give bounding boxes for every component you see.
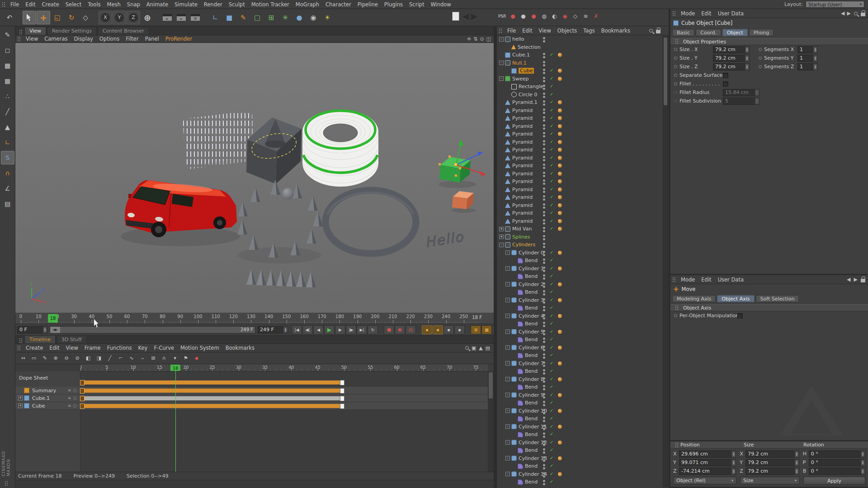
phong-tag-icon[interactable]: [558, 195, 562, 199]
object-row[interactable]: Pyramid ✓: [497, 130, 662, 138]
timeline-track-row[interactable]: + Cube.1 ≡○: [15, 394, 494, 402]
object-row[interactable]: Pyramid ✓: [497, 154, 662, 162]
phong-tag-icon[interactable]: [558, 108, 562, 113]
object-row[interactable]: Bend ✓: [497, 304, 662, 312]
object-label[interactable]: Cylinder 12: [519, 440, 547, 446]
stepper-icon[interactable]: [283, 326, 288, 333]
object-row[interactable]: Cube.1 ✓: [497, 51, 662, 59]
object-label[interactable]: Bend: [525, 432, 538, 437]
tool-menu-item[interactable]: Mode: [678, 276, 698, 283]
enabled-check-icon[interactable]: ✓: [550, 266, 553, 271]
visibility-dots-icon[interactable]: [543, 84, 545, 87]
object-label[interactable]: Pyramid: [512, 108, 533, 113]
object-manager-menu-item[interactable]: Edit: [519, 27, 535, 34]
object-label[interactable]: Mid Van: [512, 226, 532, 232]
stepper-icon[interactable]: [42, 326, 47, 333]
enabled-check-icon[interactable]: ✓: [550, 155, 553, 160]
visibility-dots-icon[interactable]: [543, 156, 545, 158]
phong-tag-icon[interactable]: [558, 425, 562, 429]
visibility-dots-icon[interactable]: [543, 417, 545, 419]
menu-item[interactable]: Tools: [85, 1, 104, 8]
phong-tag-icon[interactable]: [558, 140, 562, 144]
object-row[interactable]: - Cylinder 7 ✓: [497, 360, 662, 368]
object-row[interactable]: Pyramid ✓: [497, 186, 662, 194]
object-label[interactable]: Pyramid: [512, 187, 533, 192]
object-row[interactable]: Bend ✓: [497, 399, 662, 407]
enabled-check-icon[interactable]: ✓: [550, 297, 553, 302]
lock-icon[interactable]: [861, 279, 865, 282]
loop-button[interactable]: ↻: [368, 325, 378, 334]
visibility-dots-icon[interactable]: [543, 346, 545, 348]
dope-sheet[interactable]: 051015202530354045505560657075 18 Dope S…: [15, 364, 494, 472]
object-row[interactable]: - Cylinder 10 ✓: [497, 407, 662, 415]
phong-tag-icon[interactable]: [558, 472, 562, 476]
expand-toggle[interactable]: -: [505, 298, 510, 302]
tool-tab[interactable]: Modeling Axis: [672, 295, 716, 302]
enabled-check-icon[interactable]: ✓: [550, 218, 553, 223]
visibility-dots-icon[interactable]: [543, 37, 545, 39]
enabled-check-icon[interactable]: ✓: [550, 424, 553, 429]
timeline-track-row[interactable]: + Cube ≡○: [15, 402, 494, 410]
stepper-icon[interactable]: [745, 55, 750, 62]
last-tool-icon[interactable]: ◇: [79, 11, 92, 24]
phong-tag-icon[interactable]: [558, 456, 562, 460]
object-label[interactable]: Bend: [525, 273, 538, 279]
object-row[interactable]: Bend ✓: [497, 272, 662, 281]
track-filter-icon[interactable]: ≡: [68, 396, 71, 400]
property-field[interactable]: 79.2 cm: [713, 63, 745, 70]
phong-tag-icon[interactable]: [558, 77, 562, 81]
object-label[interactable]: Cylinder 5: [519, 329, 544, 335]
object-row[interactable]: Pyramid ✓: [497, 146, 662, 154]
property-field[interactable]: 79.2 cm: [713, 46, 745, 53]
enabled-check-icon[interactable]: ✓: [550, 289, 553, 294]
keyframe-selection-icon[interactable]: ◇: [570, 10, 580, 22]
visibility-dots-icon[interactable]: [543, 195, 545, 197]
anim-dot-icon[interactable]: [759, 56, 762, 60]
motion-clip-icon[interactable]: ≋: [580, 10, 590, 22]
record-rotation-icon[interactable]: ●: [528, 10, 538, 22]
viewport-tab[interactable]: Content Browser: [98, 27, 149, 35]
object-row[interactable]: Circle 0 ✓: [497, 91, 662, 99]
apply-button[interactable]: Apply: [803, 477, 865, 485]
tool-menu-item[interactable]: User Data: [715, 276, 747, 283]
visibility-dots-icon[interactable]: [543, 267, 545, 269]
rotate-icon[interactable]: ↻: [65, 11, 78, 24]
anim-dot-icon[interactable]: [674, 74, 677, 77]
object-label[interactable]: Cylinder 7: [519, 361, 544, 366]
lock-icon[interactable]: [861, 13, 865, 16]
panel-splitter[interactable]: [494, 26, 497, 488]
object-label[interactable]: Bend: [525, 337, 538, 343]
record-position-icon[interactable]: ●: [508, 10, 518, 22]
record-keyframe-button[interactable]: ●: [384, 325, 394, 334]
object-row[interactable]: - Cylinder 6 ✓: [497, 344, 662, 352]
attribute-menu-item[interactable]: Mode: [678, 10, 698, 17]
visibility-dots-icon[interactable]: [543, 124, 545, 127]
object-row[interactable]: - Cylinder 2 ✓: [497, 281, 662, 289]
object-row[interactable]: + Mid Van ✓: [497, 225, 662, 233]
enabled-check-icon[interactable]: ✓: [550, 210, 553, 215]
viewport-menu-item[interactable]: View: [23, 35, 41, 42]
search-icon[interactable]: [854, 12, 858, 15]
enabled-check-icon[interactable]: ✓: [550, 187, 553, 192]
sphere-object[interactable]: [282, 188, 294, 200]
camera-icon[interactable]: ◉: [307, 11, 320, 24]
expand-toggle[interactable]: -: [505, 456, 510, 460]
keyframe-parameter-toggle[interactable]: ▪: [454, 325, 465, 334]
object-label[interactable]: Selection: [518, 44, 541, 50]
enabled-check-icon[interactable]: ✓: [550, 337, 553, 342]
phong-tag-icon[interactable]: [558, 251, 562, 255]
enabled-check-icon[interactable]: ✓: [550, 52, 553, 57]
object-label[interactable]: Circle 0: [519, 92, 537, 98]
phong-tag-icon[interactable]: [558, 69, 562, 73]
dope-scrollbar[interactable]: [488, 371, 494, 472]
keyframe-scale-toggle[interactable]: ▪: [433, 325, 443, 334]
timeline-menu-item[interactable]: Edit: [46, 344, 62, 352]
checkbox[interactable]: [737, 313, 743, 319]
visibility-dots-icon[interactable]: [543, 298, 545, 300]
object-label[interactable]: Pyramid: [512, 131, 533, 137]
enabled-check-icon[interactable]: ✓: [550, 345, 553, 350]
stepper-icon[interactable]: [794, 450, 799, 458]
enabled-check-icon[interactable]: ✓: [550, 479, 553, 484]
object-row[interactable]: Bend ✓: [497, 415, 662, 423]
object-label[interactable]: Bend: [525, 416, 538, 422]
